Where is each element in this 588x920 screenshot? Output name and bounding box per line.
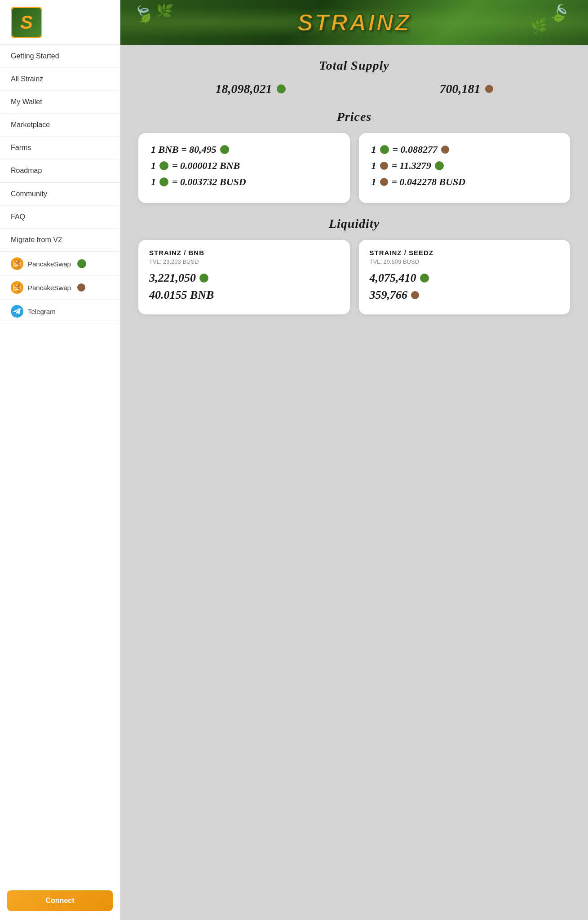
- seedz-amount: 700,181: [440, 82, 481, 96]
- pancakeswap-green-label: PancakeSwap: [28, 260, 71, 268]
- banner: 🍃 🌿 🍃 🌿 STRAINZ: [120, 0, 588, 45]
- logo-area: S: [0, 0, 120, 45]
- liq-bnb-dot-green: [199, 274, 208, 283]
- total-supply-row: 18,098,021 700,181: [138, 82, 570, 96]
- seedz-dot-brown: [77, 283, 85, 292]
- price-bnb-line1: 1 BNB = 80,495: [151, 144, 337, 155]
- logo-letter: S: [20, 12, 33, 33]
- prices-cards-row: 1 BNB = 80,495 1 = 0.000012 BNB 1 = 0.00…: [138, 133, 570, 203]
- liquidity-card-bnb: STRAINZ / BNB TVL: 23,203 BUSD 3,221,050…: [138, 240, 350, 314]
- price-card-seedz: 1 = 0.088277 1 = 11.3279 1 = 0.042278 BU…: [359, 133, 570, 203]
- total-supply-heading: Total Supply: [138, 58, 570, 73]
- pancakeswap-brown-label: PancakeSwap: [28, 284, 71, 292]
- main-content: 🍃 🌿 🍃 🌿 STRAINZ Total Supply 18,098,021 …: [120, 0, 588, 920]
- seedz-supply: 700,181: [440, 82, 493, 96]
- liq-seedz-tvl: TVL: 29,509 BUSD: [370, 258, 560, 265]
- liq-seedz-value1: 4,075,410: [370, 271, 560, 285]
- page-content: Total Supply 18,098,021 700,181 Prices 1…: [120, 45, 588, 920]
- liq-bnb-title: STRAINZ / BNB: [149, 249, 339, 257]
- liq-seedz-dot-green: [420, 274, 429, 283]
- leaf-deco-left2: 🌿: [155, 1, 174, 19]
- sidebar-item-all-strainz[interactable]: All Strainz: [0, 68, 120, 91]
- sidebar-item-roadmap[interactable]: Roadmap: [0, 159, 120, 182]
- banner-title: STRAINZ: [297, 9, 411, 36]
- telegram-icon: [11, 305, 23, 318]
- strainz-supply: 18,098,021: [216, 82, 286, 96]
- liq-seedz-title: STRAINZ / SEEDZ: [370, 249, 560, 257]
- price-bnb-dot2: [159, 161, 168, 170]
- seedz-supply-dot: [485, 85, 493, 93]
- pancakeswap-brown-icon: 🥞: [11, 281, 23, 294]
- price-seedz-dot-g2: [435, 161, 444, 170]
- connect-button-area: Connect: [0, 881, 120, 920]
- liq-seedz-dot-brown: [411, 291, 419, 299]
- price-seedz-dot-g1: [380, 145, 389, 154]
- prices-heading: Prices: [138, 110, 570, 124]
- app-logo: S: [11, 7, 42, 38]
- price-seedz-line1: 1 = 0.088277: [371, 144, 558, 155]
- strainz-amount: 18,098,021: [216, 82, 272, 96]
- price-bnb-line3: 1 = 0.003732 BUSD: [151, 176, 337, 188]
- price-bnb-dot1: [220, 145, 229, 154]
- sidebar-item-community[interactable]: Community: [0, 183, 120, 206]
- sidebar-item-farms[interactable]: Farms: [0, 137, 120, 159]
- liquidity-cards-row: STRAINZ / BNB TVL: 23,203 BUSD 3,221,050…: [138, 240, 570, 314]
- leaf-deco-right2: 🌿: [530, 17, 549, 35]
- price-bnb-dot3: [159, 177, 168, 186]
- sidebar-item-marketplace[interactable]: Marketplace: [0, 114, 120, 137]
- sidebar-item-migrate[interactable]: Migrate from V2: [0, 229, 120, 252]
- sidebar-item-faq[interactable]: FAQ: [0, 206, 120, 229]
- sidebar-item-pancakeswap-brown[interactable]: 🥞 PancakeSwap: [0, 276, 120, 300]
- telegram-label: Telegram: [28, 308, 56, 315]
- liq-bnb-tvl: TVL: 23,203 BUSD: [149, 258, 339, 265]
- price-seedz-dot-b3: [380, 178, 388, 186]
- price-seedz-line3: 1 = 0.042278 BUSD: [371, 176, 558, 188]
- sidebar-item-my-wallet[interactable]: My Wallet: [0, 91, 120, 114]
- liq-bnb-value2: 40.0155 BNB: [149, 288, 339, 302]
- pancakeswap-green-icon: 🥞: [11, 257, 23, 270]
- liq-bnb-value1: 3,221,050: [149, 271, 339, 285]
- liquidity-heading: Liquidity: [138, 217, 570, 231]
- sidebar-item-telegram[interactable]: Telegram: [0, 300, 120, 323]
- sidebar-item-getting-started[interactable]: Getting Started: [0, 45, 120, 68]
- liq-seedz-value2: 359,766: [370, 288, 560, 302]
- sidebar-item-pancakeswap-green[interactable]: 🥞 PancakeSwap: [0, 252, 120, 276]
- price-card-bnb: 1 BNB = 80,495 1 = 0.000012 BNB 1 = 0.00…: [138, 133, 350, 203]
- strainz-supply-dot: [277, 84, 286, 93]
- sidebar: S Getting Started All Strainz My Wallet …: [0, 0, 120, 920]
- connect-button[interactable]: Connect: [7, 890, 113, 911]
- liquidity-card-seedz: STRAINZ / SEEDZ TVL: 29,509 BUSD 4,075,4…: [359, 240, 570, 314]
- strainz-dot-green: [77, 259, 86, 268]
- price-bnb-line2: 1 = 0.000012 BNB: [151, 160, 337, 172]
- price-seedz-line2: 1 = 11.3279: [371, 160, 558, 172]
- sidebar-navigation: Getting Started All Strainz My Wallet Ma…: [0, 45, 120, 881]
- price-seedz-dot-b1: [441, 146, 449, 154]
- price-seedz-dot-b2: [380, 162, 388, 170]
